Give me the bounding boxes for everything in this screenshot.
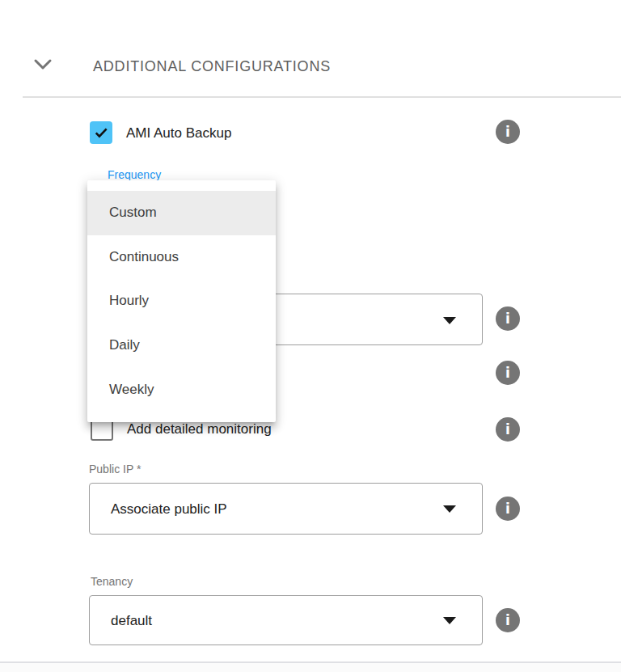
tenancy-info-icon[interactable]: i bbox=[496, 608, 520, 632]
dropdown-arrow-icon bbox=[443, 617, 456, 624]
info-glyph: i bbox=[505, 365, 510, 381]
ami-auto-backup-info-icon[interactable]: i bbox=[496, 120, 520, 144]
detailed-monitoring-label[interactable]: Add detailed monitoring bbox=[127, 421, 272, 437]
checkmark-icon bbox=[93, 125, 109, 141]
section-title: ADDITIONAL CONFIGURATIONS bbox=[93, 57, 331, 75]
info-glyph: i bbox=[505, 124, 510, 140]
info-glyph: i bbox=[505, 612, 510, 628]
footer-strip bbox=[0, 663, 621, 672]
dropdown-arrow-icon bbox=[443, 317, 456, 324]
public-ip-selected-value: Associate public IP bbox=[111, 500, 227, 519]
hidden-row-info-icon[interactable]: i bbox=[496, 361, 520, 385]
public-ip-select[interactable]: Associate public IP bbox=[89, 483, 483, 535]
section-collapse-chevron-icon[interactable] bbox=[33, 58, 53, 73]
obscured-select-info-icon[interactable]: i bbox=[496, 306, 520, 331]
tenancy-selected-value: default bbox=[111, 611, 152, 631]
public-ip-field-label: Public IP * bbox=[89, 463, 141, 476]
menu-item-continuous[interactable]: Continuous bbox=[87, 235, 276, 280]
info-glyph: i bbox=[505, 421, 510, 437]
tenancy-select[interactable]: default bbox=[89, 595, 483, 645]
ami-auto-backup-label[interactable]: AMI Auto Backup bbox=[126, 125, 231, 142]
detailed-monitoring-info-icon[interactable]: i bbox=[496, 417, 520, 442]
menu-item-daily[interactable]: Daily bbox=[87, 323, 276, 368]
chevron-down-icon bbox=[33, 58, 53, 73]
ami-auto-backup-checkbox[interactable] bbox=[90, 121, 112, 144]
info-glyph: i bbox=[505, 501, 510, 517]
public-ip-info-icon[interactable]: i bbox=[496, 497, 520, 521]
info-glyph: i bbox=[505, 311, 510, 327]
dropdown-arrow-icon bbox=[443, 505, 456, 513]
tenancy-field-label: Tenancy bbox=[91, 575, 133, 589]
frequency-dropdown-menu: Custom Continuous Hourly Daily Weekly bbox=[87, 180, 276, 422]
section-divider bbox=[23, 96, 621, 98]
menu-item-hourly[interactable]: Hourly bbox=[87, 279, 276, 323]
menu-item-custom[interactable]: Custom bbox=[87, 191, 276, 235]
menu-item-weekly[interactable]: Weekly bbox=[87, 367, 276, 412]
